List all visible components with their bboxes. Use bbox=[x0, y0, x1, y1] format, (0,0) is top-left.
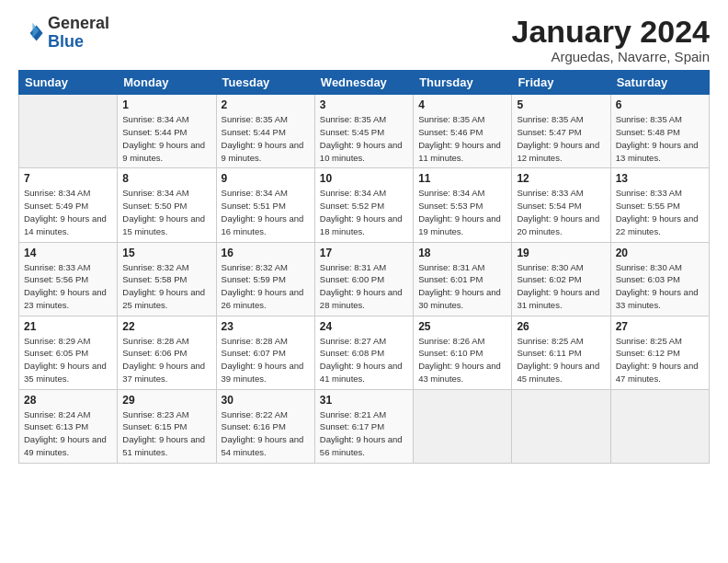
calendar-cell: 28Sunrise: 8:24 AMSunset: 6:13 PMDayligh… bbox=[19, 389, 118, 463]
calendar-cell: 25Sunrise: 8:26 AMSunset: 6:10 PMDayligh… bbox=[414, 316, 512, 389]
day-number: 3 bbox=[320, 98, 408, 111]
day-number: 8 bbox=[122, 172, 210, 185]
day-info: Sunrise: 8:34 AMSunset: 5:52 PMDaylight:… bbox=[320, 187, 408, 237]
day-number: 29 bbox=[122, 394, 210, 407]
day-number: 1 bbox=[122, 98, 210, 111]
calendar-cell: 5Sunrise: 8:35 AMSunset: 5:47 PMDaylight… bbox=[512, 95, 610, 168]
calendar-cell: 19Sunrise: 8:30 AMSunset: 6:02 PMDayligh… bbox=[512, 242, 610, 316]
day-info: Sunrise: 8:34 AMSunset: 5:50 PMDaylight:… bbox=[122, 187, 210, 237]
day-info: Sunrise: 8:35 AMSunset: 5:44 PMDaylight:… bbox=[222, 113, 310, 164]
day-number: 19 bbox=[517, 247, 605, 259]
day-info: Sunrise: 8:32 AMSunset: 5:58 PMDaylight:… bbox=[122, 261, 210, 312]
calendar-cell: 11Sunrise: 8:34 AMSunset: 5:53 PMDayligh… bbox=[414, 168, 512, 242]
day-header-thursday: Thursday bbox=[414, 71, 512, 95]
day-info: Sunrise: 8:29 AMSunset: 6:05 PMDaylight:… bbox=[24, 335, 112, 385]
day-info: Sunrise: 8:34 AMSunset: 5:53 PMDaylight:… bbox=[418, 187, 506, 237]
calendar-cell: 13Sunrise: 8:33 AMSunset: 5:55 PMDayligh… bbox=[610, 168, 709, 242]
calendar-cell: 30Sunrise: 8:22 AMSunset: 6:16 PMDayligh… bbox=[216, 389, 314, 463]
calendar-table: SundayMondayTuesdayWednesdayThursdayFrid… bbox=[18, 70, 710, 463]
day-number: 21 bbox=[24, 320, 112, 333]
day-info: Sunrise: 8:28 AMSunset: 6:06 PMDaylight:… bbox=[122, 335, 210, 385]
day-number: 24 bbox=[320, 320, 408, 333]
calendar-cell: 16Sunrise: 8:32 AMSunset: 5:59 PMDayligh… bbox=[216, 242, 314, 316]
day-header-friday: Friday bbox=[512, 71, 610, 95]
calendar-cell bbox=[610, 389, 709, 463]
calendar-cell: 7Sunrise: 8:34 AMSunset: 5:49 PMDaylight… bbox=[19, 168, 118, 242]
day-info: Sunrise: 8:23 AMSunset: 6:15 PMDaylight:… bbox=[122, 408, 210, 459]
day-info: Sunrise: 8:31 AMSunset: 6:00 PMDaylight:… bbox=[320, 261, 408, 312]
calendar-cell: 17Sunrise: 8:31 AMSunset: 6:00 PMDayligh… bbox=[314, 242, 413, 316]
day-number: 20 bbox=[616, 247, 704, 259]
day-header-wednesday: Wednesday bbox=[314, 71, 413, 95]
day-number: 15 bbox=[122, 247, 210, 259]
logo-icon bbox=[18, 20, 44, 46]
calendar-cell: 21Sunrise: 8:29 AMSunset: 6:05 PMDayligh… bbox=[19, 316, 118, 389]
day-info: Sunrise: 8:34 AMSunset: 5:49 PMDaylight:… bbox=[24, 187, 112, 237]
day-info: Sunrise: 8:25 AMSunset: 6:11 PMDaylight:… bbox=[517, 335, 605, 385]
day-info: Sunrise: 8:32 AMSunset: 5:59 PMDaylight:… bbox=[222, 261, 310, 312]
day-info: Sunrise: 8:30 AMSunset: 6:02 PMDaylight:… bbox=[517, 261, 605, 312]
day-number: 26 bbox=[517, 320, 605, 333]
calendar-header-row: SundayMondayTuesdayWednesdayThursdayFrid… bbox=[19, 71, 710, 95]
day-number: 11 bbox=[418, 172, 506, 185]
calendar-cell: 29Sunrise: 8:23 AMSunset: 6:15 PMDayligh… bbox=[118, 389, 216, 463]
day-info: Sunrise: 8:28 AMSunset: 6:07 PMDaylight:… bbox=[222, 335, 310, 385]
day-number: 2 bbox=[222, 98, 310, 111]
day-number: 27 bbox=[616, 320, 704, 333]
day-number: 31 bbox=[320, 394, 408, 407]
day-number: 28 bbox=[24, 394, 112, 407]
day-info: Sunrise: 8:34 AMSunset: 5:44 PMDaylight:… bbox=[122, 113, 210, 164]
day-number: 18 bbox=[418, 247, 506, 259]
calendar-cell bbox=[512, 389, 610, 463]
day-info: Sunrise: 8:30 AMSunset: 6:03 PMDaylight:… bbox=[616, 261, 704, 312]
day-info: Sunrise: 8:24 AMSunset: 6:13 PMDaylight:… bbox=[24, 408, 112, 459]
calendar-cell: 14Sunrise: 8:33 AMSunset: 5:56 PMDayligh… bbox=[19, 242, 118, 316]
calendar-cell: 26Sunrise: 8:25 AMSunset: 6:11 PMDayligh… bbox=[512, 316, 610, 389]
calendar-cell: 20Sunrise: 8:30 AMSunset: 6:03 PMDayligh… bbox=[610, 242, 709, 316]
day-number: 22 bbox=[122, 320, 210, 333]
calendar-cell: 24Sunrise: 8:27 AMSunset: 6:08 PMDayligh… bbox=[314, 316, 413, 389]
day-number: 7 bbox=[24, 172, 112, 185]
week-row-2: 7Sunrise: 8:34 AMSunset: 5:49 PMDaylight… bbox=[19, 168, 710, 242]
day-number: 16 bbox=[222, 247, 310, 259]
header: General Blue January 2024 Arguedas, Nava… bbox=[18, 15, 710, 64]
calendar-cell: 2Sunrise: 8:35 AMSunset: 5:44 PMDaylight… bbox=[216, 95, 314, 168]
calendar-cell: 23Sunrise: 8:28 AMSunset: 6:07 PMDayligh… bbox=[216, 316, 314, 389]
calendar-cell: 18Sunrise: 8:31 AMSunset: 6:01 PMDayligh… bbox=[414, 242, 512, 316]
day-header-tuesday: Tuesday bbox=[216, 71, 314, 95]
calendar-cell: 8Sunrise: 8:34 AMSunset: 5:50 PMDaylight… bbox=[118, 168, 216, 242]
calendar-cell: 3Sunrise: 8:35 AMSunset: 5:45 PMDaylight… bbox=[314, 95, 413, 168]
calendar-title: January 2024 bbox=[512, 15, 711, 49]
calendar-cell: 10Sunrise: 8:34 AMSunset: 5:52 PMDayligh… bbox=[314, 168, 413, 242]
logo: General Blue bbox=[18, 15, 109, 52]
calendar-cell bbox=[414, 389, 512, 463]
day-number: 4 bbox=[418, 98, 506, 111]
day-info: Sunrise: 8:35 AMSunset: 5:45 PMDaylight:… bbox=[320, 113, 408, 164]
day-info: Sunrise: 8:33 AMSunset: 5:56 PMDaylight:… bbox=[24, 261, 112, 312]
logo-text-blue: Blue bbox=[48, 33, 109, 52]
day-info: Sunrise: 8:35 AMSunset: 5:46 PMDaylight:… bbox=[418, 113, 506, 164]
day-number: 10 bbox=[320, 172, 408, 185]
day-info: Sunrise: 8:35 AMSunset: 5:47 PMDaylight:… bbox=[517, 113, 605, 164]
day-info: Sunrise: 8:22 AMSunset: 6:16 PMDaylight:… bbox=[222, 408, 310, 459]
day-info: Sunrise: 8:26 AMSunset: 6:10 PMDaylight:… bbox=[418, 335, 506, 385]
week-row-3: 14Sunrise: 8:33 AMSunset: 5:56 PMDayligh… bbox=[19, 242, 710, 316]
day-info: Sunrise: 8:35 AMSunset: 5:48 PMDaylight:… bbox=[616, 113, 704, 164]
main-container: General Blue January 2024 Arguedas, Nava… bbox=[0, 0, 728, 473]
week-row-1: 1Sunrise: 8:34 AMSunset: 5:44 PMDaylight… bbox=[19, 95, 710, 168]
day-number: 14 bbox=[24, 247, 112, 259]
calendar-cell: 22Sunrise: 8:28 AMSunset: 6:06 PMDayligh… bbox=[118, 316, 216, 389]
day-number: 5 bbox=[517, 98, 605, 111]
title-block: January 2024 Arguedas, Navarre, Spain bbox=[512, 15, 711, 64]
calendar-cell: 12Sunrise: 8:33 AMSunset: 5:54 PMDayligh… bbox=[512, 168, 610, 242]
day-number: 13 bbox=[616, 172, 704, 185]
day-header-monday: Monday bbox=[118, 71, 216, 95]
week-row-5: 28Sunrise: 8:24 AMSunset: 6:13 PMDayligh… bbox=[19, 389, 710, 463]
calendar-subtitle: Arguedas, Navarre, Spain bbox=[512, 49, 711, 64]
day-number: 17 bbox=[320, 247, 408, 259]
week-row-4: 21Sunrise: 8:29 AMSunset: 6:05 PMDayligh… bbox=[19, 316, 710, 389]
day-number: 25 bbox=[418, 320, 506, 333]
calendar-cell: 4Sunrise: 8:35 AMSunset: 5:46 PMDaylight… bbox=[414, 95, 512, 168]
day-header-sunday: Sunday bbox=[19, 71, 118, 95]
calendar-cell: 6Sunrise: 8:35 AMSunset: 5:48 PMDaylight… bbox=[610, 95, 709, 168]
